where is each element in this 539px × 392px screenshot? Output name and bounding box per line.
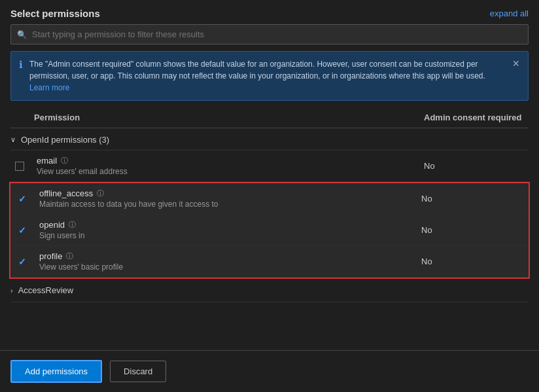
checkmark-openid[interactable]: ✓ bbox=[13, 225, 31, 236]
admin-consent-value: No bbox=[421, 257, 526, 266]
selected-permissions-group: ✓ offline_access ⓘ Maintain access to da… bbox=[9, 182, 530, 279]
perm-name: openid bbox=[39, 220, 65, 230]
admin-consent-value: No bbox=[421, 194, 526, 204]
perm-name: profile bbox=[39, 251, 62, 261]
chevron-right-icon: › bbox=[10, 287, 13, 294]
perm-name: offline_access bbox=[39, 188, 93, 198]
info-banner-text: The "Admin consent required" column show… bbox=[29, 58, 506, 94]
admin-consent-value: No bbox=[421, 225, 526, 235]
admin-consent-value: No bbox=[424, 161, 529, 171]
add-permissions-button[interactable]: Add permissions bbox=[10, 360, 102, 383]
col-header-admin: Admin consent required bbox=[424, 113, 529, 122]
info-circle-icon[interactable]: ⓘ bbox=[66, 251, 73, 261]
table-header: Permission Admin consent required bbox=[10, 107, 529, 128]
panel-footer: Add permissions Discard bbox=[0, 350, 539, 392]
group-openid-label: OpenId permissions (3) bbox=[21, 135, 109, 145]
checkbox-email[interactable] bbox=[10, 162, 29, 171]
learn-more-link[interactable]: Learn more bbox=[29, 83, 69, 92]
close-banner-button[interactable]: ✕ bbox=[512, 58, 520, 69]
table-row[interactable]: email ⓘ View users' email address No bbox=[10, 151, 529, 182]
checkmark-offline-access[interactable]: ✓ bbox=[13, 194, 31, 204]
expand-all-link[interactable]: expand all bbox=[490, 9, 529, 18]
info-circle-icon[interactable]: ⓘ bbox=[69, 220, 76, 230]
chevron-down-icon: ∨ bbox=[10, 135, 16, 144]
group-access-review-label: AccessReview bbox=[18, 285, 74, 295]
search-icon: 🔍 bbox=[17, 30, 27, 39]
search-bar: 🔍 bbox=[10, 24, 529, 45]
info-icon: ℹ bbox=[19, 59, 23, 71]
col-header-permission: Permission bbox=[34, 113, 424, 122]
perm-description: View users' basic profile bbox=[39, 262, 413, 272]
info-circle-icon[interactable]: ⓘ bbox=[97, 188, 104, 198]
info-banner: ℹ The "Admin consent required" column sh… bbox=[10, 51, 529, 101]
group-openid[interactable]: ∨ OpenId permissions (3) bbox=[10, 128, 529, 151]
perm-description: Maintain access to data you have given i… bbox=[39, 200, 413, 209]
search-input[interactable] bbox=[10, 24, 529, 45]
permissions-content: Permission Admin consent required ∨ Open… bbox=[0, 107, 539, 350]
info-circle-icon[interactable]: ⓘ bbox=[61, 156, 68, 166]
perm-description: Sign users in bbox=[39, 231, 413, 240]
panel-header: Select permissions expand all bbox=[0, 0, 539, 24]
table-row[interactable]: ✓ openid ⓘ Sign users in No bbox=[10, 215, 529, 246]
group-access-review[interactable]: › AccessReview bbox=[10, 279, 529, 302]
table-row[interactable]: ✓ offline_access ⓘ Maintain access to da… bbox=[10, 183, 529, 215]
checkmark-profile[interactable]: ✓ bbox=[13, 257, 31, 267]
select-permissions-panel: Select permissions expand all 🔍 ℹ The "A… bbox=[0, 0, 539, 392]
discard-button[interactable]: Discard bbox=[110, 361, 166, 382]
panel-title: Select permissions bbox=[10, 8, 100, 19]
perm-description: View users' email address bbox=[37, 167, 416, 176]
perm-name: email bbox=[37, 156, 57, 166]
table-row[interactable]: ✓ profile ⓘ View users' basic profile No bbox=[10, 246, 529, 277]
